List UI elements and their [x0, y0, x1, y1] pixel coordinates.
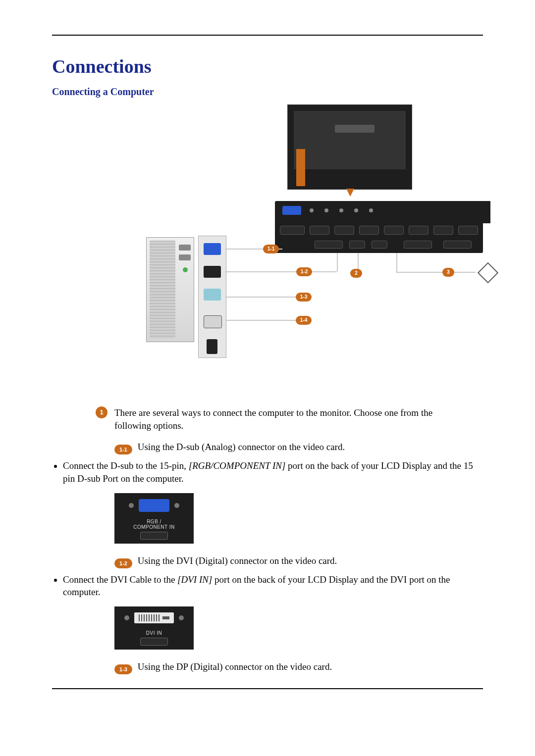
rgb-port-icon: [139, 499, 169, 512]
step-number-badge: 1: [96, 406, 107, 418]
screw-hole-icon: [179, 615, 184, 620]
screw-hole-icon: [129, 503, 134, 508]
rear-slot: [372, 241, 387, 249]
rear-slot: [349, 241, 365, 249]
computer-port-column: [198, 236, 226, 358]
usb-port-icon: [207, 339, 217, 354]
optical-drive-icon: [179, 245, 191, 251]
power-led-icon: [183, 267, 188, 272]
monitor-side-module: [468, 201, 490, 223]
rear-slot: [433, 226, 453, 235]
computer-tower: [146, 237, 194, 342]
cable-line: [396, 272, 476, 273]
cable-line: [225, 297, 300, 298]
step-line: Using the DP (Digital) connector on the …: [138, 661, 332, 672]
rear-slot: [315, 241, 343, 249]
optical-drive-icon: [179, 254, 191, 260]
step-line: Using the D-sub (Analog) connector on th…: [138, 442, 345, 452]
audio-jack-row: [310, 208, 373, 212]
monitor-front: [287, 104, 412, 190]
dp-port-icon: [204, 315, 222, 328]
rear-slot: [404, 241, 432, 249]
screw-hole-icon: [174, 503, 179, 508]
sub-step-badge: 1-3: [114, 664, 132, 674]
step-line: Using the DVI (Digital) connector on the…: [138, 555, 337, 566]
bullet-item: Connect the DVI Cable to the [DVI IN] po…: [63, 573, 483, 599]
cable-line: [396, 253, 397, 272]
monitor-brand-strip: [335, 125, 374, 133]
cable-badge: 1-1: [263, 245, 279, 253]
cable-badge: 3: [442, 268, 454, 277]
page: Connections Connecting a Computer: [0, 0, 535, 756]
dvi-port-icon: [134, 612, 174, 623]
hdmi-port-icon: [204, 266, 221, 278]
rear-slot: [280, 226, 305, 235]
cable-line: [337, 253, 338, 271]
dvi-port-icon: [204, 289, 221, 301]
rear-slot: [443, 241, 472, 249]
screw-hole-icon: [124, 615, 129, 620]
step-bullets: Connect the D-sub to the 15-pin, [RGB/CO…: [52, 459, 483, 485]
rgb-port-icon: [282, 206, 301, 215]
cable-badge: 1-4: [296, 316, 312, 325]
section-heading: Connecting a Computer: [52, 86, 483, 98]
rear-slot: [384, 226, 404, 235]
sub-step-badge: 1-2: [114, 558, 132, 568]
monitor-rear-panel: [275, 201, 483, 253]
sub-step-badge: 1-1: [114, 445, 132, 454]
rear-slot: [409, 226, 428, 235]
cable-line: [225, 271, 337, 272]
top-rule: [52, 35, 483, 36]
tower-grille: [150, 241, 175, 339]
speaker-icon: [478, 262, 498, 283]
cable-badge: 2: [350, 269, 362, 278]
port-button-icon: [140, 532, 168, 540]
rear-slot: [359, 226, 379, 235]
monitor-side-panel: [296, 149, 305, 186]
rear-slot: [458, 226, 478, 235]
rear-slot: [310, 226, 329, 235]
rear-slot: [334, 226, 354, 235]
page-title: Connections: [52, 55, 483, 77]
cable-badge: 1-3: [296, 293, 312, 302]
port-thumbnail-dvi: DVI IN: [114, 606, 194, 650]
down-arrow-icon: [346, 189, 354, 197]
cable-line: [225, 320, 300, 321]
connection-diagram: 1-1 1-2 2 1-3 1-4 3: [146, 104, 483, 337]
port-button-icon: [140, 638, 168, 646]
vga-port-icon: [204, 243, 221, 255]
cable-badge: 1-2: [296, 267, 312, 276]
port-label: DVI IN: [119, 630, 189, 636]
monitor-screen: [294, 111, 406, 169]
step-bullets: Connect the DVI Cable to the [DVI IN] po…: [52, 573, 483, 599]
port-thumbnail-rgb: RGB / COMPONENT IN: [114, 493, 194, 544]
intro-text: There are several ways to connect the co…: [114, 406, 436, 432]
body-text: 1 There are several ways to connect the …: [52, 406, 483, 674]
port-label: RGB / COMPONENT IN: [119, 519, 189, 530]
bullet-item: Connect the D-sub to the 15-pin, [RGB/CO…: [63, 459, 483, 485]
